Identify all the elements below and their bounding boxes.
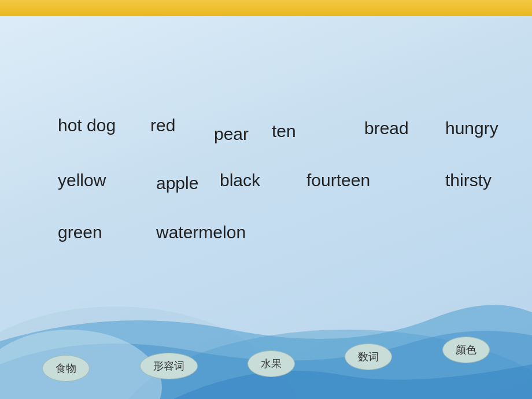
word-pear: pear (214, 124, 249, 144)
label-pill-color[interactable]: 颜色 (442, 337, 490, 363)
label-pill-numeral[interactable]: 数词 (345, 343, 392, 370)
word-hungry: hungry (445, 119, 498, 138)
word-black: black (220, 171, 260, 190)
label-wrapper-numeral: 数词 (345, 343, 392, 387)
label-pill-adjective[interactable]: 形容词 (140, 353, 198, 379)
word-yellow: yellow (58, 171, 106, 190)
slide: hot dogredpeartenbreadhungryyellowappleb… (0, 0, 532, 399)
label-wrapper-adjective: 形容词 (140, 353, 198, 387)
labels-area: 食物形容词水果数词颜色 (0, 337, 532, 387)
title-bar (0, 0, 532, 16)
label-wrapper-fruit: 水果 (247, 350, 295, 387)
label-wrapper-food: 食物 (42, 355, 90, 387)
word-red: red (150, 116, 175, 135)
word-thirsty: thirsty (445, 171, 492, 190)
word-green: green (58, 223, 102, 242)
words-area: hot dogredpeartenbreadhungryyellowappleb… (23, 52, 509, 278)
label-pill-fruit[interactable]: 水果 (247, 350, 295, 377)
label-wrapper-color: 颜色 (442, 337, 490, 387)
word-hot-dog: hot dog (58, 116, 116, 135)
label-pill-food[interactable]: 食物 (42, 355, 90, 382)
word-bread: bread (364, 119, 409, 138)
word-fourteen: fourteen (306, 171, 370, 190)
word-apple: apple (156, 173, 198, 193)
word-ten: ten (272, 121, 296, 141)
word-watermelon: watermelon (156, 223, 246, 242)
